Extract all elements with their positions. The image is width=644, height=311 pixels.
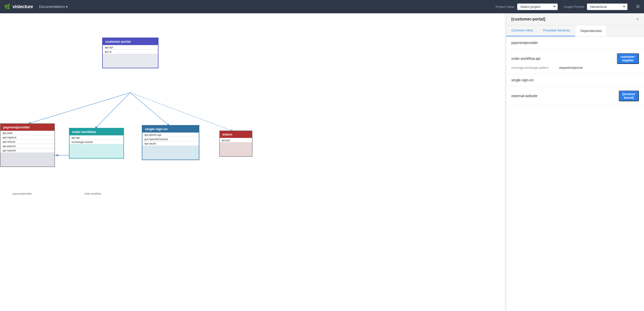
project-view-label: Project View: bbox=[496, 5, 515, 9]
logo-text: vistecture bbox=[13, 4, 33, 9]
detail-panel: [customer-portal] × Common Infos Provide… bbox=[506, 13, 644, 311]
service-name: external-website bbox=[511, 94, 537, 98]
service-row: order-workflow.api customer-supplier bbox=[511, 53, 639, 64]
node-row: api:oauth bbox=[142, 141, 199, 146]
customer-supplier-badge[interactable]: customer-supplier bbox=[617, 53, 639, 64]
panel-content: paymentprovider order-workflow.api custo… bbox=[506, 37, 644, 311]
node-external-website-header: extern bbox=[220, 131, 252, 138]
service-name: single-sign-on bbox=[511, 78, 534, 82]
node-row: api:capture bbox=[1, 135, 54, 139]
logo-area: 🌿 vistecture bbox=[4, 4, 33, 10]
browser-based-badge[interactable]: (browserbased) bbox=[619, 91, 639, 101]
node-paymentprovider-header: paymentprovider bbox=[1, 124, 54, 131]
node-row: api:reports bbox=[1, 148, 54, 152]
service-meta: message-exchange-pattern request/respons… bbox=[511, 66, 639, 70]
close-button[interactable]: × bbox=[636, 17, 639, 21]
node-row: gui:openIdConnect bbox=[142, 137, 199, 141]
meta-value: request/response bbox=[559, 66, 583, 70]
service-item-external-website: external-website (browserbased) bbox=[506, 86, 644, 106]
node-row: api:api bbox=[103, 45, 158, 49]
node-row: api:api bbox=[70, 135, 123, 140]
graph-preset-select[interactable]: HierachicalCircularForce-Directed bbox=[587, 3, 628, 10]
tab-provided-services[interactable]: Provided Services bbox=[538, 25, 575, 36]
service-item-order-workflow: order-workflow.api customer-supplier mes… bbox=[506, 49, 644, 74]
node-row: api:admin-api bbox=[142, 132, 199, 137]
node-row: gui:gui bbox=[220, 138, 252, 142]
node-single-sign-on-header: single-sign-on bbox=[142, 126, 199, 132]
graph-canvas: customer-portal api:api gui:ui paymentpr… bbox=[0, 13, 644, 311]
node-single-sign-on[interactable]: single-sign-on api:admin-api gui:openIdC… bbox=[142, 125, 199, 160]
node-order-workflow[interactable]: order-workflow api:api exchange:events bbox=[69, 128, 124, 159]
meta-key: message-exchange-pattern bbox=[511, 66, 549, 70]
settings-icon[interactable]: ⚙ bbox=[636, 4, 640, 9]
node-row: api:auth bbox=[1, 131, 54, 135]
panel-title: [customer-portal] bbox=[511, 17, 545, 21]
node-customer-portal-header: customer-portal bbox=[103, 38, 158, 45]
svg-line-2 bbox=[28, 93, 130, 124]
project-select[interactable]: Select project bbox=[517, 3, 558, 10]
node-row: api:refund bbox=[1, 139, 54, 144]
node-order-workflow-header: order-workflow bbox=[70, 128, 123, 135]
service-row: paymentprovider bbox=[511, 41, 639, 45]
node-paymentprovider[interactable]: paymentprovider api:auth api:capture api… bbox=[0, 123, 55, 167]
svg-line-3 bbox=[95, 93, 130, 129]
service-row: single-sign-on bbox=[511, 78, 639, 82]
node-row: exchange:events bbox=[70, 140, 123, 144]
app-header: 🌿 vistecture Documentations ▾ Project Vi… bbox=[0, 0, 644, 13]
node-customer-portal[interactable]: customer-portal api:api gui:ui bbox=[102, 38, 158, 68]
node-order-workflow-label: order-workflow bbox=[84, 192, 101, 195]
node-paymentprovider-label: paymentprovider bbox=[13, 192, 32, 195]
service-name: paymentprovider bbox=[511, 41, 538, 45]
svg-line-4 bbox=[130, 93, 170, 126]
panel-tabs: Common Infos Provided Services Dependenc… bbox=[506, 25, 644, 37]
node-external-website[interactable]: extern gui:gui bbox=[219, 130, 252, 157]
graph-preset-label: Graph Preset: bbox=[564, 5, 585, 9]
tab-common-infos[interactable]: Common Infos bbox=[506, 25, 538, 36]
panel-header: [customer-portal] × bbox=[506, 13, 644, 25]
service-item-paymentprovider: paymentprovider bbox=[506, 37, 644, 49]
tab-dependencies[interactable]: Dependencies bbox=[575, 25, 607, 36]
service-row: external-website (browserbased) bbox=[511, 91, 639, 101]
node-row: gui:ui bbox=[103, 49, 158, 54]
service-name: order-workflow.api bbox=[511, 57, 540, 61]
nav-documentations[interactable]: Documentations ▾ bbox=[39, 5, 68, 9]
graph-preset-control: Graph Preset: HierachicalCircularForce-D… bbox=[564, 3, 628, 10]
logo-icon: 🌿 bbox=[4, 4, 10, 10]
node-row: api:payout bbox=[1, 144, 54, 148]
service-item-single-sign-on: single-sign-on bbox=[506, 74, 644, 86]
project-view-control: Project View: Select project bbox=[496, 3, 558, 10]
